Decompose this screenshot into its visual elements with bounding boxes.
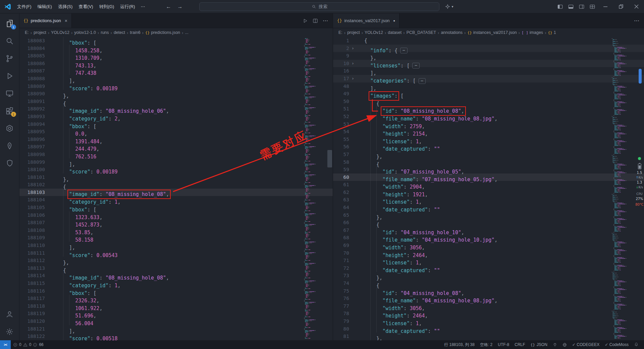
folded-code-pill[interactable]: ⋯ bbox=[419, 78, 426, 84]
codegeex-status[interactable]: ✓ CODEGEEX bbox=[570, 342, 602, 347]
breadcrumb-item[interactable]: {}1 bbox=[548, 30, 556, 35]
code-line-188104[interactable]: 188104"category_id": 1, bbox=[19, 196, 333, 204]
scrollbar-thumb[interactable] bbox=[327, 150, 332, 167]
notifications-bell-icon[interactable] bbox=[631, 342, 641, 347]
fold-chevron-icon[interactable]: › bbox=[349, 45, 357, 52]
code-line-72[interactable]: 72"date_captured": "" bbox=[333, 264, 644, 272]
code-line-59[interactable]: 59"id": "07_missing_hole_05", bbox=[333, 166, 644, 173]
breadcrumb-item[interactable]: PCB_DATASET bbox=[407, 30, 436, 35]
folded-code-pill[interactable]: ⋯ bbox=[400, 48, 407, 53]
code-line-188085[interactable]: 1880851310.709, bbox=[19, 52, 333, 60]
code-line-188086[interactable]: 188086743.13, bbox=[19, 60, 333, 67]
code-line-1[interactable]: 1{ bbox=[333, 37, 644, 45]
code-line-188114[interactable]: 188114"image_id": "08_missing_hole_08", bbox=[19, 272, 333, 280]
toggle-secondary-sidebar-icon[interactable] bbox=[576, 2, 587, 11]
accounts-icon[interactable] bbox=[0, 305, 19, 323]
code-line-188107[interactable]: 1881071452.873, bbox=[19, 219, 333, 227]
code-line-188088[interactable]: 188088], bbox=[19, 75, 333, 83]
breadcrumb-item[interactable]: annotations bbox=[441, 30, 463, 35]
breadcrumb-item[interactable]: project bbox=[347, 30, 360, 35]
menu-overflow-icon[interactable]: ⋯ bbox=[138, 2, 148, 11]
browser-preview-icon[interactable] bbox=[560, 343, 570, 347]
customize-layout-icon[interactable] bbox=[587, 2, 598, 11]
code-line-51[interactable]: 51"id": "08_missing_hole_08", bbox=[333, 105, 644, 113]
forward-icon[interactable]: → bbox=[176, 4, 183, 10]
split-editor-icon[interactable] bbox=[313, 18, 318, 23]
folded-code-pill[interactable]: ⋯ bbox=[412, 63, 419, 68]
code-line-60[interactable]: 60"file_name": "07_missing_hole_05.jpg", bbox=[333, 173, 644, 181]
toggle-sidebar-icon[interactable] bbox=[555, 2, 566, 11]
breadcrumb-item[interactable]: dataset bbox=[388, 30, 401, 35]
menu-item-5[interactable]: 运行(R) bbox=[117, 2, 138, 11]
code-line-188097[interactable]: 188097244.479, bbox=[19, 143, 333, 151]
language-mode[interactable]: {} JSON bbox=[528, 342, 550, 347]
indentation-status[interactable]: 空格: 2 bbox=[477, 342, 495, 348]
breadcrumb-item[interactable]: runs bbox=[101, 30, 109, 35]
code-line-81[interactable]: 81}, bbox=[333, 333, 644, 340]
breadcrumb-item[interactable]: yolov12-1.0 bbox=[74, 30, 96, 35]
editor-actions-more-icon[interactable]: ⋯ bbox=[634, 17, 639, 24]
code-line-188105[interactable]: 188105"bbox": [ bbox=[19, 204, 333, 211]
code-line-188117[interactable]: 1881172326.32, bbox=[19, 295, 333, 302]
code-line-73[interactable]: 73}, bbox=[333, 272, 644, 280]
breadcrumb-item[interactable]: E: bbox=[338, 30, 342, 35]
codemoss-status[interactable]: ✓ CodeMoss bbox=[602, 342, 631, 347]
ports-icon[interactable] bbox=[550, 343, 560, 347]
breadcrumb-item[interactable]: project bbox=[34, 30, 46, 35]
code-line-188109[interactable]: 18810958.158 bbox=[19, 234, 333, 242]
run-file-icon[interactable] bbox=[303, 18, 308, 23]
code-line-2[interactable]: 2›"info": {⋯ bbox=[333, 45, 644, 52]
source-control-icon[interactable] bbox=[0, 50, 19, 67]
code-line-188112[interactable]: 188112}, bbox=[19, 257, 333, 264]
code-line-64[interactable]: 64"date_captured": "" bbox=[333, 204, 644, 211]
code-line-75[interactable]: 75"id": "04_missing_hole_08", bbox=[333, 287, 644, 295]
tab-instances-val2017-json[interactable]: {} instances_val2017.json ● bbox=[333, 13, 399, 28]
breadcrumb-item[interactable]: YOLOv12 bbox=[51, 30, 69, 35]
close-tab-icon[interactable]: × bbox=[65, 18, 67, 23]
code-line-188094[interactable]: 188094"bbox": [ bbox=[19, 120, 333, 128]
code-line-55[interactable]: 55"license": 1, bbox=[333, 136, 644, 143]
code-line-188092[interactable]: 188092"image_id": "08_missing_hole_06", bbox=[19, 105, 333, 113]
explorer-icon[interactable]: 1 bbox=[0, 15, 19, 32]
editor-predictions-json[interactable]: 188083"bbox": [1880841458.258,1880851310… bbox=[19, 37, 333, 340]
code-line-63[interactable]: 63"license": 1, bbox=[333, 196, 644, 204]
code-line-188110[interactable]: 188110], bbox=[19, 242, 333, 249]
code-line-188098[interactable]: 188098762.516 bbox=[19, 151, 333, 158]
extensions-icon[interactable]: 1 bbox=[0, 102, 19, 119]
menu-item-0[interactable]: 文件(F) bbox=[14, 2, 35, 11]
breadcrumb-item[interactable]: ... bbox=[185, 30, 188, 35]
code-line-188093[interactable]: 188093"category_id": 2, bbox=[19, 113, 333, 120]
code-line-188090[interactable]: 188090}, bbox=[19, 90, 333, 98]
code-line-68[interactable]: 68"file_name": "04_missing_hole_10.jpg", bbox=[333, 234, 644, 242]
code-line-17[interactable]: 17›"categories": [⋯ bbox=[333, 75, 644, 83]
code-line-188087[interactable]: 188087747.438 bbox=[19, 67, 333, 75]
problems-status[interactable]: 0 0 66 bbox=[11, 340, 46, 349]
settings-gear-icon[interactable] bbox=[0, 323, 19, 340]
code-line-188100[interactable]: 188100"score": 0.00189 bbox=[19, 166, 333, 173]
back-icon[interactable]: ← bbox=[165, 4, 172, 10]
code-line-188103[interactable]: 188103"image_id": "08_missing_hole_08", bbox=[19, 189, 333, 196]
code-line-188119[interactable]: 18811951.696, bbox=[19, 310, 333, 317]
menu-item-4[interactable]: 转到(G) bbox=[96, 2, 117, 11]
remote-indicator[interactable]: >< bbox=[0, 340, 11, 349]
code-line-76[interactable]: 76"file_name": "04_missing_hole_08.jpg", bbox=[333, 295, 644, 302]
code-line-54[interactable]: 54"height": 2154, bbox=[333, 128, 644, 136]
code-line-67[interactable]: 67"id": "04_missing_hole_10", bbox=[333, 227, 644, 234]
code-line-188096[interactable]: 1880961391.484, bbox=[19, 136, 333, 143]
code-line-188120[interactable]: 18812056.004 bbox=[19, 317, 333, 325]
code-line-52[interactable]: 52"file_name": "08_missing_hole_08.jpg", bbox=[333, 113, 644, 120]
code-line-188095[interactable]: 1880950.0, bbox=[19, 128, 333, 136]
breadcrumb-item[interactable]: [ ]images bbox=[522, 30, 543, 35]
code-line-188115[interactable]: 188115"category_id": 1, bbox=[19, 280, 333, 287]
cursor-position[interactable]: 行 188103, 列 38 bbox=[441, 342, 477, 348]
dirty-indicator-icon[interactable]: ● bbox=[393, 19, 395, 22]
code-line-188083[interactable]: 188083"bbox": [ bbox=[19, 37, 333, 45]
remote-explorer-icon[interactable] bbox=[0, 85, 19, 102]
minimize-button[interactable] bbox=[598, 0, 613, 13]
minimap[interactable] bbox=[610, 37, 635, 340]
editor-actions-more-icon[interactable]: ⋯ bbox=[323, 17, 328, 24]
minimap[interactable] bbox=[302, 37, 326, 340]
run-debug-icon[interactable] bbox=[0, 67, 19, 85]
code-line-188121[interactable]: 188121], bbox=[19, 325, 333, 333]
ai-assistant-icon[interactable] bbox=[0, 137, 19, 154]
